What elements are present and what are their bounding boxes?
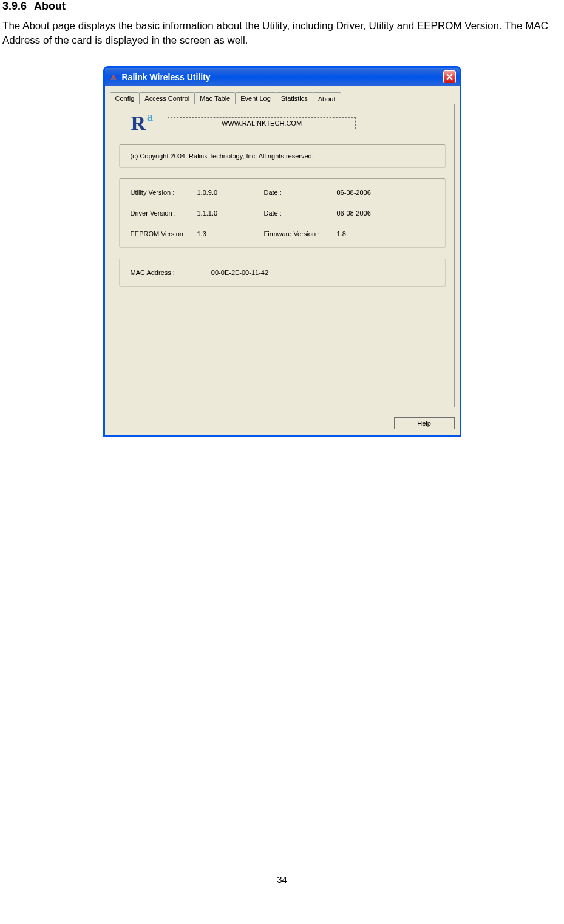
eeprom-version-value: 1.3 <box>197 230 264 237</box>
copyright-text: (c) Copyright 2004, Ralink Technology, I… <box>131 152 314 160</box>
close-icon <box>446 73 453 80</box>
driver-version-value: 1.1.1.0 <box>197 209 264 217</box>
page-number: 34 <box>2 874 562 885</box>
section-heading: 3.9.6About <box>2 0 562 13</box>
tab-about[interactable]: About <box>313 92 341 105</box>
utility-version-value: 1.0.9.0 <box>197 189 264 196</box>
utility-version-label: Utility Version : <box>131 189 197 196</box>
eeprom-version-label: EEPROM Version : <box>131 230 197 237</box>
tab-statistics[interactable]: Statistics <box>276 92 313 104</box>
application-window: Ralink Wireless Utility Config Access Co… <box>103 66 461 437</box>
mac-address-value: 00-0E-2E-00-11-42 <box>211 269 268 276</box>
tab-config[interactable]: Config <box>110 92 140 104</box>
firmware-version-value: 1.8 <box>337 230 392 237</box>
tab-event-log[interactable]: Event Log <box>235 92 276 104</box>
website-link-button[interactable]: WWW.RALINKTECH.COM <box>168 117 356 129</box>
window-title: Ralink Wireless Utility <box>122 72 443 82</box>
driver-date-value: 06-08-2006 <box>337 209 392 217</box>
section-description: The About page displays the basic inform… <box>2 19 562 48</box>
heading-title: About <box>34 0 66 12</box>
copyright-group: (c) Copyright 2004, Ralink Technology, I… <box>119 144 446 168</box>
window-titlebar[interactable]: Ralink Wireless Utility <box>105 68 460 86</box>
driver-version-label: Driver Version : <box>131 209 197 217</box>
version-group: Utility Version : 1.0.9.0 Date : 06-08-2… <box>119 178 446 248</box>
close-button[interactable] <box>443 70 456 83</box>
tab-bar: Config Access Control Mac Table Event Lo… <box>110 92 455 104</box>
help-button[interactable]: Help <box>394 417 455 429</box>
app-icon <box>109 72 118 82</box>
firmware-version-label: Firmware Version : <box>264 230 337 237</box>
ralink-logo: Ra <box>131 113 146 134</box>
heading-number: 3.9.6 <box>2 0 27 12</box>
driver-date-label: Date : <box>264 209 337 217</box>
utility-date-value: 06-08-2006 <box>337 189 392 196</box>
tab-panel-about: Ra WWW.RALINKTECH.COM (c) Copyright 2004… <box>110 104 455 407</box>
utility-date-label: Date : <box>264 189 337 196</box>
tab-access-control[interactable]: Access Control <box>139 92 195 104</box>
mac-address-label: MAC Address : <box>131 269 175 276</box>
mac-address-group: MAC Address : 00-0E-2E-00-11-42 <box>119 259 446 287</box>
tab-mac-table[interactable]: Mac Table <box>194 92 236 104</box>
